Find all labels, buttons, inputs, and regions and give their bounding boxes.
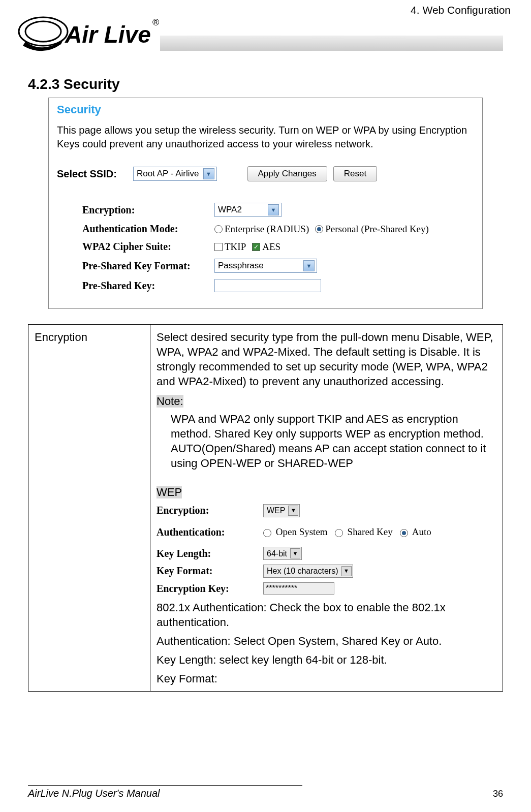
chevron-down-icon: ▼ bbox=[303, 260, 315, 271]
encryption-key-input[interactable]: ********** bbox=[263, 582, 334, 595]
radio-open-system-label: Open System bbox=[276, 526, 328, 537]
airlive-logo: Air Live ® bbox=[15, 11, 163, 59]
table-row: Encryption Select desired security type … bbox=[28, 325, 503, 692]
chevron-down-icon: ▼ bbox=[341, 566, 352, 576]
param-name-cell: Encryption bbox=[28, 325, 150, 692]
radio-shared-key-label: Shared Key bbox=[348, 526, 393, 537]
wep-heading: WEP bbox=[157, 486, 182, 498]
select-ssid-label: Select SSID: bbox=[57, 168, 133, 180]
chevron-down-icon: ▼ bbox=[288, 506, 298, 516]
checkbox-aes[interactable] bbox=[252, 243, 260, 251]
page-footer: AirLive N.Plug User's Manual 36 bbox=[28, 785, 503, 799]
radio-shared-key[interactable] bbox=[335, 529, 343, 537]
chevron-down-icon: ▼ bbox=[290, 548, 300, 558]
radio-auto-label: Auto bbox=[412, 526, 431, 537]
checkbox-aes-label: AES bbox=[262, 241, 280, 253]
encryption-label: Encryption: bbox=[82, 204, 214, 216]
checkbox-tkip-label: TKIP bbox=[225, 241, 246, 253]
psk-label: Pre-Shared Key: bbox=[82, 280, 214, 292]
wep-auth-label: Authentication: bbox=[157, 525, 263, 539]
psk-format-label: Pre-Shared Key Format: bbox=[82, 260, 214, 272]
encryption-key-label: Encryption Key: bbox=[157, 582, 263, 595]
param-desc-cell: Select desired security type from the pu… bbox=[150, 325, 503, 692]
checkbox-tkip[interactable] bbox=[214, 243, 223, 251]
radio-auto[interactable] bbox=[400, 529, 408, 537]
encryption-value: WPA2 bbox=[218, 205, 242, 215]
select-ssid-dropdown[interactable]: Root AP - Airlive ▼ bbox=[133, 167, 217, 181]
chevron-down-icon: ▼ bbox=[203, 168, 214, 179]
parameter-table: Encryption Select desired security type … bbox=[28, 324, 503, 692]
apply-changes-button[interactable]: Apply Changes bbox=[247, 166, 327, 181]
radio-open-system[interactable] bbox=[263, 529, 271, 537]
chapter-header: 4. Web Configuration bbox=[411, 4, 511, 16]
auth-mode-label: Authentication Mode: bbox=[82, 223, 214, 235]
footer-manual-title: AirLive N.Plug User's Manual bbox=[28, 785, 302, 799]
psk-format-dropdown[interactable]: Passphrase ▼ bbox=[214, 259, 317, 273]
note-body: WPA and WPA2 only support TKIP and AES a… bbox=[171, 412, 496, 471]
encryption-dropdown[interactable]: WPA2 ▼ bbox=[214, 203, 282, 217]
wep-encryption-value: WEP bbox=[267, 505, 285, 516]
wep-encryption-dropdown[interactable]: WEP ▼ bbox=[263, 504, 300, 517]
radio-enterprise-label: Enterprise (RADIUS) bbox=[225, 224, 309, 235]
radio-enterprise[interactable] bbox=[214, 225, 223, 233]
logo-reg-mark: ® bbox=[152, 17, 159, 27]
chevron-down-icon: ▼ bbox=[268, 204, 279, 215]
key-length-dropdown[interactable]: 64-bit ▼ bbox=[263, 547, 302, 560]
key-length-value: 64-bit bbox=[267, 548, 287, 559]
reset-button[interactable]: Reset bbox=[333, 166, 377, 181]
logo-text: Air Live bbox=[65, 21, 151, 48]
key-format-dropdown[interactable]: Hex (10 characters) ▼ bbox=[263, 565, 353, 578]
auth-paragraph: Authentication: Select Open System, Shar… bbox=[157, 634, 496, 648]
cipher-suite-label: WPA2 Cipher Suite: bbox=[82, 241, 214, 253]
radio-personal[interactable] bbox=[315, 225, 323, 233]
panel-title: Security bbox=[57, 103, 474, 116]
section-heading: 4.2.3 Security bbox=[28, 76, 503, 92]
psk-format-value: Passphrase bbox=[218, 261, 264, 271]
panel-description: This page allows you setup the wireless … bbox=[57, 123, 474, 151]
key-format-label: Key Format: bbox=[157, 564, 263, 577]
page-number: 36 bbox=[493, 789, 503, 799]
radio-personal-label: Personal (Pre-Shared Key) bbox=[325, 224, 429, 235]
note-label: Note: bbox=[157, 395, 183, 408]
svg-point-1 bbox=[25, 21, 61, 42]
psk-input[interactable] bbox=[214, 279, 321, 292]
keyfmt-paragraph: Key Format: bbox=[157, 671, 496, 686]
encryption-description: Select desired security type from the pu… bbox=[157, 330, 496, 389]
8021x-paragraph: 802.1x Authentication: Check the box to … bbox=[157, 600, 496, 630]
wep-config-screenshot: Encryption: WEP ▼ Authentication: Open S… bbox=[157, 504, 441, 595]
select-ssid-value: Root AP - Airlive bbox=[137, 169, 199, 179]
key-length-label: Key Length: bbox=[157, 547, 263, 560]
key-format-value: Hex (10 characters) bbox=[267, 566, 338, 576]
logo-area: Air Live ® bbox=[28, 20, 503, 56]
keylen-paragraph: Key Length: select key length 64-bit or … bbox=[157, 652, 496, 667]
header-shade bbox=[160, 36, 503, 51]
wep-encryption-label: Encryption: bbox=[157, 504, 263, 517]
security-config-screenshot: Security This page allows you setup the … bbox=[48, 98, 483, 309]
